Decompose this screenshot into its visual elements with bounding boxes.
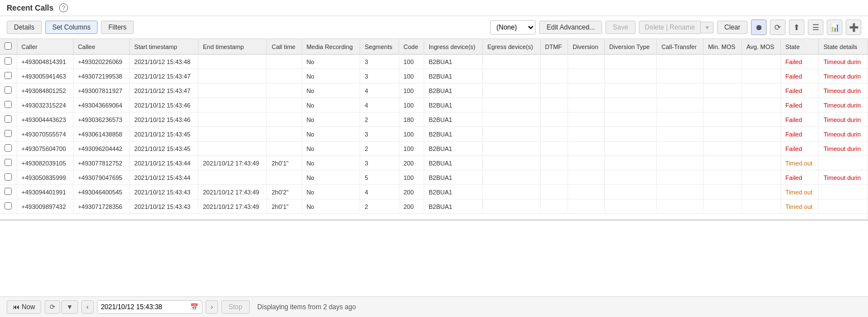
row-checkbox[interactable] (0, 55, 17, 69)
row-select-checkbox[interactable] (4, 202, 12, 209)
details-button[interactable]: Details (7, 21, 42, 34)
row-code: 100 (399, 127, 424, 142)
next-button[interactable]: › (206, 300, 218, 314)
col-end-timestamp[interactable]: End timestamp (198, 39, 267, 55)
col-state-details[interactable]: State details (819, 39, 868, 55)
filter-select[interactable]: (None) (491, 21, 535, 34)
row-select-checkbox[interactable] (4, 159, 12, 166)
now-button[interactable]: ⏮ Now (7, 300, 41, 314)
row-select-checkbox[interactable] (4, 173, 12, 181)
table-wrapper[interactable]: Caller Callee Start timestamp End timest… (0, 39, 868, 296)
col-diversion-type[interactable]: Diversion Type (604, 39, 657, 55)
stop-button[interactable]: Stop (221, 300, 250, 314)
row-call-time (267, 127, 302, 142)
filter-select-wrapper: (None) (490, 20, 536, 35)
row-diversion-type (604, 84, 657, 98)
filters-button[interactable]: Filters (101, 21, 134, 34)
row-checkbox[interactable] (0, 170, 17, 185)
refresh-icon-button[interactable]: ⟳ (770, 19, 785, 35)
chart-icon-button[interactable]: 📊 (827, 19, 842, 35)
col-call-transfer[interactable]: Call-Transfer (657, 39, 704, 55)
timestamp-input[interactable] (98, 301, 187, 313)
row-checkbox[interactable] (0, 156, 17, 170)
delete-rename-label: Delete | Rename (645, 23, 695, 31)
col-callee[interactable]: Callee (73, 39, 129, 55)
row-state: Failed (780, 142, 818, 156)
edit-advanced-button[interactable]: Edit Advanced... (539, 21, 602, 34)
row-call-time: 2h0'2" (267, 185, 302, 199)
row-state: Failed (780, 55, 818, 69)
row-checkbox[interactable] (0, 113, 17, 127)
row-select-checkbox[interactable] (4, 115, 12, 123)
add-icon-button[interactable]: ➕ (846, 19, 861, 35)
table-row[interactable]: +493075604700 +493096204442 2021/10/12 1… (0, 142, 868, 156)
row-start-timestamp: 2021/10/12 15:43:47 (129, 69, 198, 84)
auto-refresh-button[interactable]: ⟳ (45, 300, 60, 314)
table-row[interactable]: +493005941463 +493072199538 2021/10/12 1… (0, 69, 868, 84)
row-call-transfer (657, 185, 704, 199)
row-callee: +493036236573 (73, 113, 129, 127)
help-icon[interactable]: ? (59, 3, 68, 12)
row-call-transfer (657, 170, 704, 185)
row-select-checkbox[interactable] (4, 57, 12, 65)
prev-button[interactable]: ‹ (81, 300, 94, 314)
row-diversion-type (604, 170, 657, 185)
row-checkbox[interactable] (0, 84, 17, 98)
row-checkbox[interactable] (0, 199, 17, 214)
row-checkbox[interactable] (0, 142, 17, 156)
table-row[interactable]: +493009897432 +493071728356 2021/10/12 1… (0, 199, 868, 214)
list-icon-button[interactable]: ☰ (808, 19, 823, 35)
row-egress-devices (483, 127, 540, 142)
col-dtmf[interactable]: DTMF (540, 39, 568, 55)
col-call-time[interactable]: Call time (267, 39, 302, 55)
record-icon-button[interactable]: ⏺ (751, 19, 767, 35)
col-caller[interactable]: Caller (17, 39, 73, 55)
row-select-checkbox[interactable] (4, 101, 12, 108)
row-checkbox[interactable] (0, 98, 17, 113)
col-state[interactable]: State (780, 39, 818, 55)
col-avg-mos[interactable]: Avg. MOS (741, 39, 780, 55)
calendar-icon[interactable]: 📅 (187, 301, 202, 313)
row-avg-mos (741, 113, 780, 127)
row-min-mos (704, 84, 742, 98)
table-row[interactable]: +493032315224 +493043669064 2021/10/12 1… (0, 98, 868, 113)
table-row[interactable]: +493070555574 +493061438858 2021/10/12 1… (0, 127, 868, 142)
refresh-dropdown-button[interactable]: ▼ (61, 300, 78, 314)
col-diversion[interactable]: Diversion (568, 39, 605, 55)
row-call-time: 2h0'1" (267, 156, 302, 170)
col-egress-devices[interactable]: Egress device(s) (483, 39, 540, 55)
row-code: 200 (399, 185, 424, 199)
export-icon-button[interactable]: ⬆ (789, 19, 804, 35)
table-row[interactable]: +493084801252 +493007811927 2021/10/12 1… (0, 84, 868, 98)
table-row[interactable]: +493004443623 +493036236573 2021/10/12 1… (0, 113, 868, 127)
table-row[interactable]: +493082039105 +493077812752 2021/10/12 1… (0, 156, 868, 170)
set-columns-button[interactable]: Set Columns (45, 21, 98, 34)
row-checkbox[interactable] (0, 69, 17, 84)
row-caller: +493094401991 (17, 185, 73, 199)
col-start-timestamp[interactable]: Start timestamp (129, 39, 198, 55)
row-select-checkbox[interactable] (4, 188, 12, 195)
table-row[interactable]: +493050835999 +493079047695 2021/10/12 1… (0, 170, 868, 185)
col-ingress-devices[interactable]: Ingress device(s) (424, 39, 482, 55)
col-code[interactable]: Code (399, 39, 424, 55)
select-all-checkbox[interactable] (4, 42, 12, 50)
row-checkbox[interactable] (0, 185, 17, 199)
col-media-recording[interactable]: Media Recording (302, 39, 360, 55)
row-caller: +493082039105 (17, 156, 73, 170)
row-select-checkbox[interactable] (4, 144, 12, 152)
col-segments[interactable]: Segments (360, 39, 399, 55)
row-end-timestamp (198, 84, 267, 98)
row-state: Failed (780, 113, 818, 127)
col-checkbox[interactable] (0, 39, 17, 55)
row-select-checkbox[interactable] (4, 86, 12, 94)
row-select-checkbox[interactable] (4, 130, 12, 137)
table-row[interactable]: +493004814391 +493020226069 2021/10/12 1… (0, 55, 868, 69)
delete-rename-button[interactable]: Delete | Rename (639, 21, 701, 34)
clear-button[interactable]: Clear (717, 21, 748, 34)
col-min-mos[interactable]: Min. MOS (704, 39, 742, 55)
save-button[interactable]: Save (605, 21, 635, 34)
row-select-checkbox[interactable] (4, 72, 12, 79)
table-row[interactable]: +493094401991 +493046400545 2021/10/12 1… (0, 185, 868, 199)
row-checkbox[interactable] (0, 127, 17, 142)
delete-rename-dropdown-button[interactable]: ▼ (701, 22, 714, 33)
